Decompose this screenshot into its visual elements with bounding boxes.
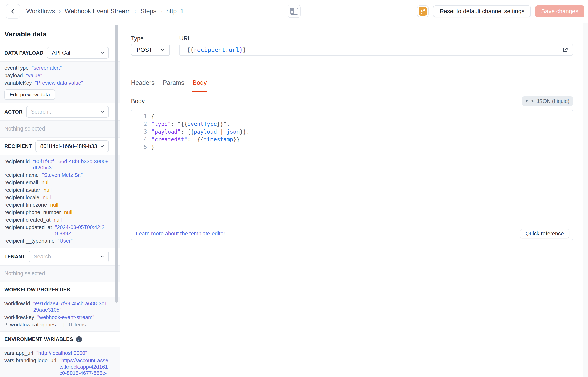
field-row: payload"value" xyxy=(4,72,109,79)
commit-changes-button[interactable] xyxy=(417,5,429,17)
field-value: "e91ddae4-7f99-45cb-a688-3c129aae3105" xyxy=(33,300,109,313)
preview-data-section: eventType"server:alert"payload"value"var… xyxy=(0,61,120,103)
preview-fields: eventType"server:alert"payload"value"var… xyxy=(4,64,109,87)
save-changes-button[interactable]: Save changes xyxy=(535,5,584,17)
code-line[interactable]: 2"type": "{{eventType}}", xyxy=(131,120,573,128)
quick-reference-button[interactable]: Quick reference xyxy=(520,229,569,238)
recipient-fields-section: recipient.id"80f1f4bf-166d-48f9-b33c-390… xyxy=(0,155,120,248)
field-key: recipient.avatar xyxy=(4,187,40,193)
actor-search-select[interactable]: Search... xyxy=(26,106,109,118)
body-section-title: Body xyxy=(131,98,145,105)
code-line[interactable]: 4"createdAt": "{{timestamp}}" xyxy=(131,136,573,143)
chevron-left-icon xyxy=(10,8,16,14)
field-value: "Preview data value" xyxy=(35,80,83,86)
breadcrumb-item-workflows[interactable]: Workflows xyxy=(26,8,55,15)
breadcrumb-item-http_1[interactable]: http_1 xyxy=(166,8,184,15)
breadcrumb-item-webhook-event-stream[interactable]: Webhook Event Stream xyxy=(65,8,130,15)
chevron-down-icon xyxy=(100,144,105,149)
field-value: "80f1f4bf-166d-48f9-b33c-39009df20bc3" xyxy=(33,158,109,171)
field-row: workflow.key"webhook-event-stream" xyxy=(4,314,109,321)
sidebar-scrollbar[interactable] xyxy=(115,25,118,303)
editor-footer: Learn more about the template editor Qui… xyxy=(131,226,573,241)
field-value: null xyxy=(64,209,72,215)
field-row: recipient.emailnull xyxy=(4,179,109,186)
field-value: "webhook-event-stream" xyxy=(37,314,94,320)
environment-variables-header: ENVIRONMENT VARIABLES i xyxy=(0,332,120,347)
code-text: "createdAt": "{{timestamp}}" xyxy=(147,136,243,143)
workflow-properties-header: WORKFLOW PROPERTIES xyxy=(0,282,120,297)
field-value: "https://account-assets.knock.app/42d161… xyxy=(59,357,109,377)
method-select[interactable]: POST xyxy=(131,44,170,56)
workflow-properties-section: workflow.id"e91ddae4-7f99-45cb-a688-3c12… xyxy=(0,297,120,332)
field-key: recipient.name xyxy=(4,172,39,178)
code-line[interactable]: 3"payload": {{payload | json}}, xyxy=(131,128,573,136)
breadcrumb: Workflows›Webhook Event Stream›Steps›htt… xyxy=(26,8,184,15)
field-key: recipient.phone_number xyxy=(4,209,61,215)
tenant-search-select[interactable]: Search... xyxy=(29,251,109,262)
info-icon[interactable]: i xyxy=(76,336,82,342)
field-key: recipient.email xyxy=(4,179,38,186)
actor-row: ACTOR Search... xyxy=(0,103,120,120)
field-row: recipient.created_atnull xyxy=(4,216,109,224)
back-button[interactable] xyxy=(6,4,20,19)
field-key: recipient.locale xyxy=(4,194,39,200)
variable-data-sidebar: Variable data DATA PAYLOAD API Call even… xyxy=(0,23,120,377)
line-number: 2 xyxy=(131,120,147,128)
data-payload-select[interactable]: API Call xyxy=(47,47,109,59)
field-key: recipient.timezone xyxy=(4,202,47,208)
breadcrumb-item-steps[interactable]: Steps xyxy=(141,8,156,15)
workflow-fields: workflow.id"e91ddae4-7f99-45cb-a688-3c12… xyxy=(4,300,109,321)
code-line[interactable]: 1{ xyxy=(131,113,573,120)
field-value: null xyxy=(44,187,52,193)
chevron-right-icon xyxy=(4,322,9,326)
code-area[interactable]: 1{2"type": "{{eventType}}",3"payload": {… xyxy=(131,109,573,226)
code-text: } xyxy=(147,143,154,151)
field-value: null xyxy=(43,194,51,200)
tab-params[interactable]: Params xyxy=(163,79,184,92)
field-row: recipient.name"Steven Metz Sr." xyxy=(4,171,109,179)
actor-empty-state: Nothing selected xyxy=(4,123,109,134)
field-value: null xyxy=(42,179,49,186)
chevron-down-icon xyxy=(100,50,105,55)
field-row: vars.branding.logo_url"https://account-a… xyxy=(4,357,109,377)
tenant-label: TENANT xyxy=(4,254,25,259)
field-row: recipient.timezonenull xyxy=(4,201,109,209)
sidebar-layout-icon xyxy=(290,8,298,15)
field-key: payload xyxy=(4,72,23,79)
recipient-select[interactable]: 80f1f4bf-166d-48f9-b33c xyxy=(35,140,109,152)
field-row: recipient.localenull xyxy=(4,194,109,201)
field-key: vars.branding.logo_url xyxy=(4,357,56,377)
field-key: variableKey xyxy=(4,80,32,86)
line-number: 3 xyxy=(131,128,147,136)
tab-headers[interactable]: Headers xyxy=(131,79,154,92)
code-text: "type": "{{eventType}}", xyxy=(147,120,230,128)
field-key: vars.app_url xyxy=(4,350,33,356)
field-key: recipient.__typename xyxy=(4,238,55,244)
chevron-down-icon xyxy=(100,254,105,259)
request-row: Type POST URL {{recipient.url}} xyxy=(131,35,573,56)
json-liquid-badge: < > JSON (Liquid) xyxy=(522,96,573,106)
external-link-icon[interactable] xyxy=(562,47,569,53)
tab-body[interactable]: Body xyxy=(193,79,207,92)
panel-toggle-button[interactable] xyxy=(288,5,301,18)
url-label: URL xyxy=(179,35,573,42)
workflow-categories-row[interactable]: workflow.categories [ ] 0 items xyxy=(4,321,109,329)
template-editor-docs-link[interactable]: Learn more about the template editor xyxy=(136,231,225,237)
code-line[interactable]: 5} xyxy=(131,143,573,151)
field-row: recipient.phone_numbernull xyxy=(4,209,109,216)
reset-channel-settings-button[interactable]: Reset to default channel settings xyxy=(433,5,531,17)
chevron-down-icon xyxy=(100,109,105,114)
field-key: eventType xyxy=(4,65,29,71)
line-number: 5 xyxy=(131,143,147,151)
body-heading-row: Body < > JSON (Liquid) xyxy=(131,96,573,106)
tabs: HeadersParamsBody xyxy=(131,79,573,92)
sidebar-title: Variable data xyxy=(0,23,120,44)
field-key: workflow.id xyxy=(4,300,30,313)
git-branch-icon xyxy=(419,7,427,15)
field-row: eventType"server:alert" xyxy=(4,64,109,72)
url-input[interactable]: {{recipient.url}} xyxy=(179,44,573,56)
actor-empty-section: Nothing selected xyxy=(0,120,120,138)
breadcrumb-separator: › xyxy=(59,8,61,14)
edit-preview-data-button[interactable]: Edit preview data xyxy=(4,89,55,100)
recipient-row: RECIPIENT 80f1f4bf-166d-48f9-b33c xyxy=(0,138,120,155)
